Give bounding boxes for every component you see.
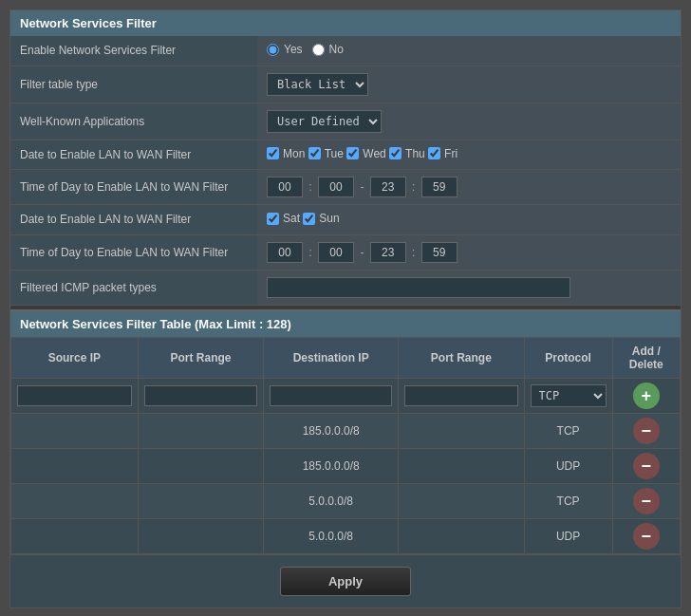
date-weekend-row: Date to Enable LAN to WAN Filter Sat Sun bbox=[10, 205, 681, 235]
remove-button[interactable]: − bbox=[633, 523, 660, 550]
table-row: 185.0.0.0/8 TCP − bbox=[11, 413, 681, 448]
col-port-range-1: Port Range bbox=[138, 337, 263, 378]
time-dash1: - bbox=[360, 180, 366, 194]
port-range2-cell bbox=[399, 378, 524, 413]
time2-start-min[interactable] bbox=[318, 242, 354, 263]
col-add-delete: Add / Delete bbox=[612, 337, 680, 378]
dest-ip-cell bbox=[264, 378, 399, 413]
source-ip-cell bbox=[11, 483, 139, 518]
sun-label[interactable]: Sun bbox=[303, 212, 339, 225]
table-row: TCP UDP Both + bbox=[11, 378, 681, 413]
port-range1-cell bbox=[138, 518, 263, 553]
col-port-range-2: Port Range bbox=[399, 337, 524, 378]
protocol-select[interactable]: TCP UDP Both bbox=[531, 384, 607, 407]
wed-checkbox[interactable] bbox=[346, 147, 359, 159]
enable-yes-radio[interactable] bbox=[267, 44, 279, 56]
filter-type-value: Black List White List bbox=[257, 65, 681, 103]
wed-label[interactable]: Wed bbox=[346, 147, 385, 160]
table-row: 5.0.0.0/8 TCP − bbox=[11, 483, 681, 518]
time1-start-hour[interactable] bbox=[267, 177, 303, 197]
port-range2-cell bbox=[399, 483, 524, 518]
sat-label[interactable]: Sat bbox=[267, 212, 300, 225]
network-services-filter-panel: Network Services Filter Enable Network S… bbox=[9, 9, 682, 608]
apply-button[interactable]: Apply bbox=[280, 567, 411, 596]
table-header-row: Source IP Port Range Destination IP Port… bbox=[11, 337, 681, 378]
port-range1-cell bbox=[138, 378, 263, 413]
enable-no-radio[interactable] bbox=[312, 44, 325, 56]
enable-yes-label[interactable]: Yes bbox=[267, 43, 303, 56]
time-sep1: : bbox=[308, 180, 311, 194]
time1-end-min[interactable] bbox=[421, 177, 458, 197]
well-known-row: Well-Known Applications User Defined bbox=[10, 103, 681, 140]
port-range1-cell bbox=[138, 448, 263, 483]
panel-title: Network Services Filter bbox=[10, 10, 681, 36]
enable-yes-text: Yes bbox=[284, 43, 303, 56]
add-delete-cell: − bbox=[612, 448, 680, 483]
well-known-select[interactable]: User Defined bbox=[267, 110, 382, 133]
icmp-value bbox=[257, 270, 681, 305]
enable-no-label[interactable]: No bbox=[312, 43, 344, 56]
well-known-value: User Defined bbox=[257, 103, 681, 140]
add-delete-cell: − bbox=[612, 413, 680, 448]
dest-ip-cell: 5.0.0.0/8 bbox=[264, 518, 399, 553]
filter-type-select[interactable]: Black List White List bbox=[267, 73, 368, 96]
thu-label[interactable]: Thu bbox=[389, 147, 425, 160]
time-sep3: : bbox=[308, 246, 311, 259]
protocol-cell: UDP bbox=[524, 448, 612, 483]
col-source-ip: Source IP bbox=[11, 337, 139, 378]
remove-button[interactable]: − bbox=[633, 418, 660, 444]
icmp-input[interactable] bbox=[267, 277, 570, 298]
settings-form: Enable Network Services Filter Yes No Fi… bbox=[10, 36, 681, 306]
time2-end-min[interactable] bbox=[421, 242, 458, 263]
protocol-cell: UDP bbox=[524, 518, 612, 553]
thu-checkbox[interactable] bbox=[389, 147, 402, 159]
source-ip-input[interactable] bbox=[17, 385, 132, 406]
time2-start-hour[interactable] bbox=[267, 242, 303, 263]
time1-start-min[interactable] bbox=[318, 177, 354, 197]
apply-row: Apply bbox=[10, 554, 681, 607]
filter-type-row: Filter table type Black List White List bbox=[10, 65, 681, 103]
port-range1-cell bbox=[138, 413, 263, 448]
port-range2-cell bbox=[399, 448, 524, 483]
mon-checkbox[interactable] bbox=[267, 147, 279, 159]
dest-ip-cell: 185.0.0.0/8 bbox=[264, 448, 399, 483]
time2-end-hour[interactable] bbox=[370, 242, 406, 263]
sat-checkbox[interactable] bbox=[267, 213, 279, 225]
filter-type-label: Filter table type bbox=[10, 65, 257, 103]
dest-ip-input[interactable] bbox=[270, 385, 392, 406]
well-known-label: Well-Known Applications bbox=[10, 103, 257, 140]
enable-filter-label: Enable Network Services Filter bbox=[10, 36, 257, 65]
time-week-value: : - : bbox=[257, 170, 681, 205]
port-range2-cell bbox=[399, 413, 524, 448]
fri-label[interactable]: Fri bbox=[428, 147, 458, 160]
filter-data-table: Source IP Port Range Destination IP Port… bbox=[10, 337, 681, 554]
protocol-cell: TCP bbox=[524, 413, 612, 448]
enable-no-text: No bbox=[329, 43, 344, 56]
col-dest-ip: Destination IP bbox=[264, 337, 399, 378]
enable-filter-row: Enable Network Services Filter Yes No bbox=[10, 36, 681, 65]
time1-end-hour[interactable] bbox=[370, 177, 406, 197]
table-row: 185.0.0.0/8 UDP − bbox=[11, 448, 681, 483]
add-delete-cell: + bbox=[612, 378, 680, 413]
add-delete-cell: − bbox=[612, 483, 680, 518]
time-weekend-value: : - : bbox=[257, 234, 681, 270]
port-range1-input[interactable] bbox=[144, 385, 257, 406]
time-week-row: Time of Day to Enable LAN to WAN Filter … bbox=[10, 170, 681, 205]
remove-button[interactable]: − bbox=[633, 453, 660, 479]
sun-checkbox[interactable] bbox=[303, 213, 315, 225]
add-delete-cell: − bbox=[612, 518, 680, 553]
protocol-cell: TCP bbox=[524, 483, 612, 518]
add-button[interactable]: + bbox=[633, 383, 660, 409]
source-ip-cell bbox=[11, 378, 139, 413]
tue-label[interactable]: Tue bbox=[308, 147, 344, 160]
protocol-cell: TCP UDP Both bbox=[524, 378, 612, 413]
fri-checkbox[interactable] bbox=[428, 147, 440, 159]
date-weekend-value: Sat Sun bbox=[257, 205, 681, 235]
tue-checkbox[interactable] bbox=[308, 147, 321, 159]
mon-label[interactable]: Mon bbox=[267, 147, 305, 160]
remove-button[interactable]: − bbox=[633, 488, 660, 514]
time-sep4: : bbox=[412, 246, 415, 259]
col-protocol: Protocol bbox=[524, 337, 612, 378]
source-ip-cell bbox=[11, 448, 139, 483]
port-range2-input[interactable] bbox=[404, 385, 517, 406]
